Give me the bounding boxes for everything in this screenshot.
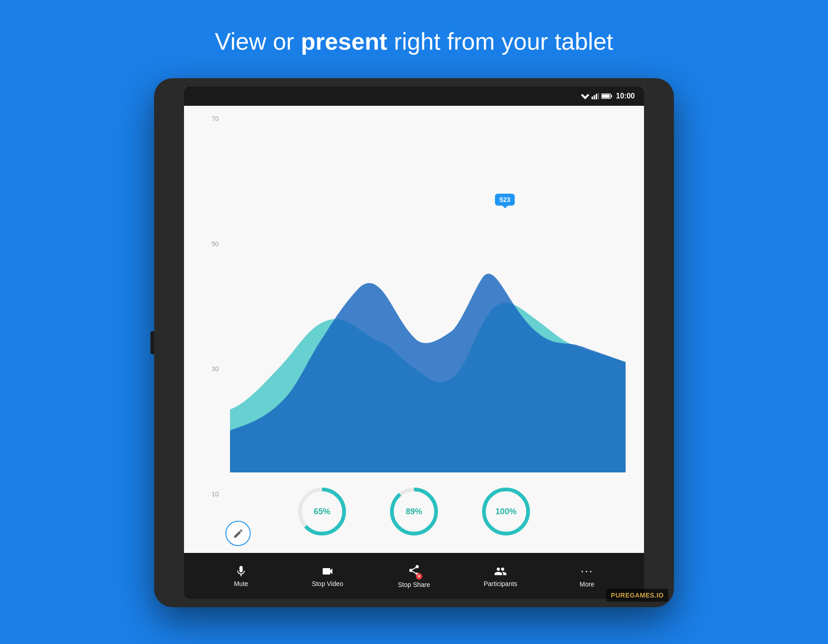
stop-video-label: Stop Video	[312, 580, 343, 587]
stop-share-icon-container: ✕	[408, 564, 420, 579]
tablet-frame: 10:00 70 50 30 10 523	[154, 78, 674, 607]
chart-tooltip: 523	[495, 194, 515, 206]
battery-icon	[601, 93, 612, 99]
y-label-30: 30	[212, 365, 219, 373]
tablet-screen: 10:00 70 50 30 10 523	[184, 86, 644, 599]
header-text-after: right from your tablet	[387, 28, 613, 55]
donut-chart-1: 65%	[294, 484, 350, 539]
donut-label-3: 100%	[495, 507, 517, 517]
chart-area: 70 50 30 10 523	[184, 106, 644, 553]
bottom-toolbar: Mute Stop Video ✕	[184, 553, 644, 599]
donut-charts-row: 65% 89% 100%	[202, 477, 626, 548]
pencil-icon	[233, 528, 244, 539]
toolbar-participants[interactable]: Participants	[473, 565, 528, 587]
y-label-50: 50	[212, 240, 219, 247]
header-text-bold: present	[301, 28, 387, 55]
wifi-icon	[581, 93, 589, 99]
tablet-device: 10:00 70 50 30 10 523	[154, 78, 674, 607]
toolbar-more[interactable]: ··· More	[559, 564, 615, 588]
svg-rect-7	[602, 95, 610, 98]
pencil-fab[interactable]	[225, 521, 251, 546]
status-icons	[581, 93, 612, 99]
stop-badge: ✕	[416, 573, 422, 580]
donut-label-2: 89%	[406, 507, 422, 517]
svg-rect-3	[596, 94, 597, 99]
svg-rect-4	[598, 93, 599, 99]
more-dots-icon: ···	[581, 564, 593, 578]
header-text-normal: View or	[215, 28, 301, 55]
status-time: 10:00	[616, 92, 635, 100]
chart-svg-container: 523	[230, 115, 626, 472]
stop-video-icon	[321, 565, 334, 578]
mute-label: Mute	[234, 580, 248, 587]
donut-chart-2: 89%	[386, 484, 442, 539]
status-bar: 10:00	[184, 86, 644, 106]
chart-y-axis: 70 50 30 10	[212, 115, 219, 498]
area-chart	[230, 115, 626, 472]
y-label-70: 70	[212, 115, 219, 122]
toolbar-mute[interactable]: Mute	[213, 565, 269, 587]
toolbar-stop-video[interactable]: Stop Video	[300, 565, 355, 587]
donut-label-1: 65%	[314, 507, 330, 517]
svg-rect-6	[611, 95, 612, 98]
more-label: More	[580, 581, 594, 588]
page-header: View or present right from your tablet	[215, 28, 613, 55]
watermark: PUREGAMES.IO	[606, 589, 668, 602]
participants-label: Participants	[483, 580, 517, 587]
svg-rect-2	[594, 95, 595, 99]
y-label-10: 10	[212, 490, 219, 498]
svg-marker-0	[581, 94, 589, 99]
stop-share-label: Stop Share	[398, 581, 430, 588]
svg-rect-1	[592, 97, 593, 99]
participants-icon	[494, 565, 507, 578]
signal-icon	[592, 93, 599, 99]
toolbar-stop-share[interactable]: ✕ Stop Share	[386, 564, 442, 588]
mute-icon	[235, 565, 247, 578]
donut-chart-3: 100%	[478, 484, 534, 539]
